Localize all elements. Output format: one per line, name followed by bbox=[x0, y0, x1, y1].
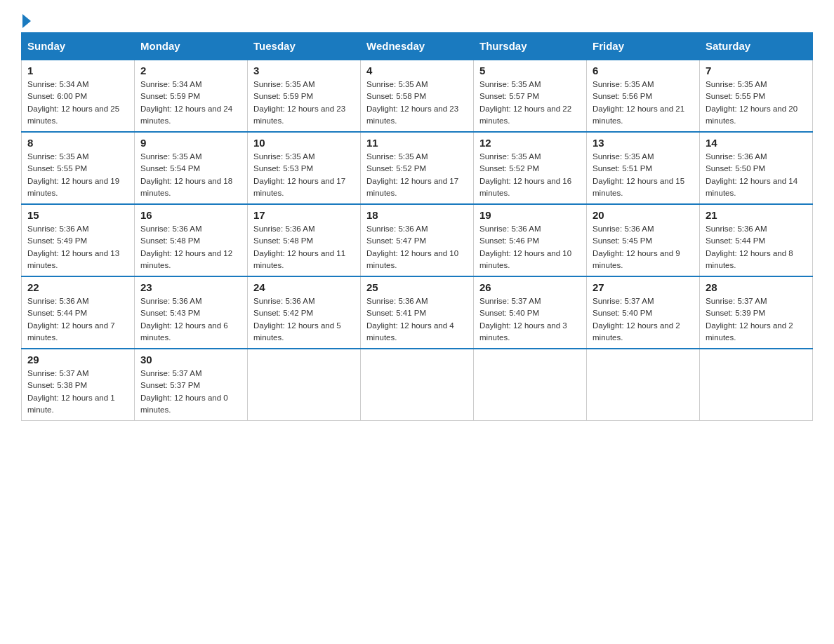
sunrise-label: Sunrise: 5:36 AM bbox=[706, 152, 767, 161]
day-number: 2 bbox=[140, 65, 241, 76]
day-number: 12 bbox=[479, 137, 581, 149]
day-info: Sunrise: 5:35 AM Sunset: 5:58 PM Dayligh… bbox=[366, 79, 468, 127]
day-number: 4 bbox=[366, 65, 468, 76]
calendar-day-cell: 12 Sunrise: 5:35 AM Sunset: 5:52 PM Dayl… bbox=[474, 132, 587, 204]
sunset-label: Sunset: 5:43 PM bbox=[140, 309, 200, 317]
sunrise-label: Sunrise: 5:34 AM bbox=[27, 80, 89, 88]
daylight-label: Daylight: 12 hours and 10 minutes. bbox=[479, 249, 571, 269]
sunrise-label: Sunrise: 5:36 AM bbox=[593, 224, 654, 233]
daylight-label: Daylight: 12 hours and 12 minutes. bbox=[140, 249, 232, 269]
calendar-day-cell: 11 Sunrise: 5:35 AM Sunset: 5:52 PM Dayl… bbox=[361, 132, 474, 204]
day-number: 8 bbox=[27, 137, 128, 149]
day-number: 18 bbox=[366, 209, 468, 221]
sunset-label: Sunset: 5:58 PM bbox=[366, 92, 426, 100]
sunset-label: Sunset: 5:54 PM bbox=[140, 164, 200, 173]
day-info: Sunrise: 5:37 AM Sunset: 5:40 PM Dayligh… bbox=[593, 295, 694, 344]
daylight-label: Daylight: 12 hours and 0 minutes. bbox=[140, 394, 228, 414]
daylight-label: Daylight: 12 hours and 11 minutes. bbox=[253, 249, 345, 269]
logo bbox=[21, 14, 32, 25]
calendar-day-cell: 20 Sunrise: 5:36 AM Sunset: 5:45 PM Dayl… bbox=[587, 204, 700, 276]
logo-triangle-icon bbox=[22, 14, 31, 28]
sunrise-label: Sunrise: 5:34 AM bbox=[140, 80, 202, 88]
sunrise-label: Sunrise: 5:35 AM bbox=[27, 152, 89, 161]
calendar-day-cell: 10 Sunrise: 5:35 AM Sunset: 5:53 PM Dayl… bbox=[248, 132, 361, 204]
day-number: 25 bbox=[366, 281, 468, 293]
sunrise-label: Sunrise: 5:36 AM bbox=[366, 224, 428, 233]
daylight-label: Daylight: 12 hours and 7 minutes. bbox=[27, 321, 115, 342]
header bbox=[21, 14, 813, 25]
calendar-day-cell: 25 Sunrise: 5:36 AM Sunset: 5:41 PM Dayl… bbox=[361, 276, 474, 349]
calendar-week-row: 1 Sunrise: 5:34 AM Sunset: 6:00 PM Dayli… bbox=[22, 60, 813, 132]
sunrise-label: Sunrise: 5:36 AM bbox=[479, 224, 541, 233]
calendar-day-cell: 21 Sunrise: 5:36 AM Sunset: 5:44 PM Dayl… bbox=[700, 204, 813, 276]
sunset-label: Sunset: 5:50 PM bbox=[706, 164, 765, 173]
sunset-label: Sunset: 5:59 PM bbox=[140, 92, 200, 100]
header-wednesday: Wednesday bbox=[361, 33, 474, 60]
daylight-label: Daylight: 12 hours and 9 minutes. bbox=[593, 249, 680, 269]
day-number: 5 bbox=[479, 65, 581, 76]
sunrise-label: Sunrise: 5:36 AM bbox=[706, 224, 767, 233]
day-number: 19 bbox=[479, 209, 581, 221]
daylight-label: Daylight: 12 hours and 22 minutes. bbox=[479, 105, 571, 125]
daylight-label: Daylight: 12 hours and 4 minutes. bbox=[366, 321, 454, 342]
sunset-label: Sunset: 5:41 PM bbox=[366, 309, 426, 317]
sunset-label: Sunset: 5:48 PM bbox=[140, 236, 200, 245]
day-info: Sunrise: 5:35 AM Sunset: 5:59 PM Dayligh… bbox=[253, 79, 355, 127]
day-number: 6 bbox=[593, 65, 694, 76]
day-number: 28 bbox=[706, 281, 807, 293]
day-info: Sunrise: 5:36 AM Sunset: 5:50 PM Dayligh… bbox=[706, 151, 807, 199]
calendar-day-cell: 14 Sunrise: 5:36 AM Sunset: 5:50 PM Dayl… bbox=[700, 132, 813, 204]
sunset-label: Sunset: 5:40 PM bbox=[479, 309, 539, 317]
sunset-label: Sunset: 5:47 PM bbox=[366, 236, 426, 245]
sunset-label: Sunset: 5:53 PM bbox=[253, 164, 313, 173]
sunrise-label: Sunrise: 5:36 AM bbox=[366, 297, 428, 305]
day-number: 7 bbox=[706, 65, 807, 76]
day-info: Sunrise: 5:37 AM Sunset: 5:40 PM Dayligh… bbox=[479, 295, 581, 344]
day-info: Sunrise: 5:35 AM Sunset: 5:53 PM Dayligh… bbox=[253, 151, 355, 199]
calendar-week-row: 15 Sunrise: 5:36 AM Sunset: 5:49 PM Dayl… bbox=[22, 204, 813, 276]
day-number: 21 bbox=[706, 209, 807, 221]
daylight-label: Daylight: 12 hours and 2 minutes. bbox=[706, 321, 793, 342]
calendar-table: SundayMondayTuesdayWednesdayThursdayFrid… bbox=[21, 32, 813, 421]
day-info: Sunrise: 5:37 AM Sunset: 5:38 PM Dayligh… bbox=[27, 368, 128, 416]
daylight-label: Daylight: 12 hours and 15 minutes. bbox=[593, 177, 684, 197]
daylight-label: Daylight: 12 hours and 18 minutes. bbox=[140, 177, 232, 197]
sunrise-label: Sunrise: 5:36 AM bbox=[253, 224, 315, 233]
calendar-day-cell: 19 Sunrise: 5:36 AM Sunset: 5:46 PM Dayl… bbox=[474, 204, 587, 276]
sunrise-label: Sunrise: 5:36 AM bbox=[27, 297, 89, 305]
sunset-label: Sunset: 5:38 PM bbox=[27, 381, 87, 389]
daylight-label: Daylight: 12 hours and 8 minutes. bbox=[706, 249, 793, 269]
calendar-day-cell bbox=[361, 349, 474, 421]
day-info: Sunrise: 5:36 AM Sunset: 5:45 PM Dayligh… bbox=[593, 223, 694, 271]
day-info: Sunrise: 5:35 AM Sunset: 5:55 PM Dayligh… bbox=[27, 151, 128, 199]
sunset-label: Sunset: 5:59 PM bbox=[253, 92, 313, 100]
day-info: Sunrise: 5:34 AM Sunset: 6:00 PM Dayligh… bbox=[27, 79, 128, 127]
day-info: Sunrise: 5:36 AM Sunset: 5:44 PM Dayligh… bbox=[706, 223, 807, 271]
sunset-label: Sunset: 5:45 PM bbox=[593, 236, 652, 245]
sunset-label: Sunset: 5:48 PM bbox=[253, 236, 313, 245]
daylight-label: Daylight: 12 hours and 3 minutes. bbox=[479, 321, 567, 342]
calendar-day-cell: 27 Sunrise: 5:37 AM Sunset: 5:40 PM Dayl… bbox=[587, 276, 700, 349]
sunrise-label: Sunrise: 5:35 AM bbox=[706, 80, 767, 88]
day-number: 9 bbox=[140, 137, 241, 149]
daylight-label: Daylight: 12 hours and 13 minutes. bbox=[27, 249, 119, 269]
daylight-label: Daylight: 12 hours and 1 minute. bbox=[27, 394, 115, 414]
sunset-label: Sunset: 5:37 PM bbox=[140, 381, 200, 389]
sunrise-label: Sunrise: 5:36 AM bbox=[27, 224, 89, 233]
day-number: 22 bbox=[27, 281, 128, 293]
day-info: Sunrise: 5:35 AM Sunset: 5:52 PM Dayligh… bbox=[479, 151, 581, 199]
calendar-day-cell: 3 Sunrise: 5:35 AM Sunset: 5:59 PM Dayli… bbox=[248, 60, 361, 132]
day-number: 16 bbox=[140, 209, 241, 221]
day-info: Sunrise: 5:35 AM Sunset: 5:56 PM Dayligh… bbox=[593, 79, 694, 127]
sunrise-label: Sunrise: 5:35 AM bbox=[593, 152, 654, 161]
sunrise-label: Sunrise: 5:37 AM bbox=[706, 297, 767, 305]
day-number: 26 bbox=[479, 281, 581, 293]
day-number: 24 bbox=[253, 281, 355, 293]
sunrise-label: Sunrise: 5:35 AM bbox=[593, 80, 654, 88]
sunrise-label: Sunrise: 5:35 AM bbox=[253, 152, 315, 161]
sunrise-label: Sunrise: 5:37 AM bbox=[593, 297, 654, 305]
daylight-label: Daylight: 12 hours and 24 minutes. bbox=[140, 105, 232, 125]
daylight-label: Daylight: 12 hours and 6 minutes. bbox=[140, 321, 228, 342]
calendar-week-row: 29 Sunrise: 5:37 AM Sunset: 5:38 PM Dayl… bbox=[22, 349, 813, 421]
calendar-day-cell: 13 Sunrise: 5:35 AM Sunset: 5:51 PM Dayl… bbox=[587, 132, 700, 204]
